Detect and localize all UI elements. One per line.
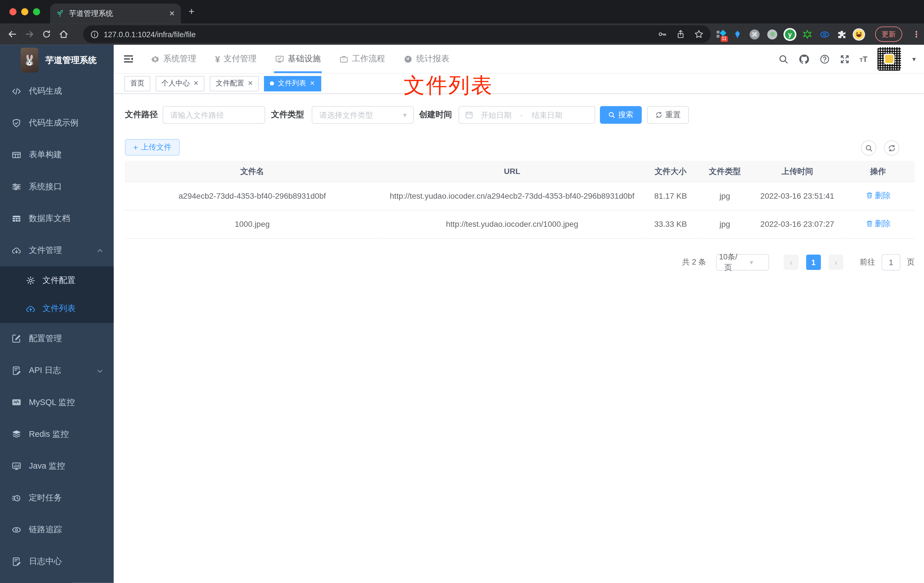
sliders-icon — [12, 182, 21, 192]
search-icon[interactable] — [778, 54, 788, 64]
home-icon[interactable] — [59, 30, 68, 39]
browser-window: 芋道管理系统 ✕ + 127.0.0.1:1024/infra/file/fil… — [0, 0, 924, 583]
bookmark-star-icon[interactable] — [694, 30, 703, 39]
extension-y-icon[interactable]: y — [785, 29, 795, 39]
close-icon[interactable]: ✕ — [310, 79, 315, 87]
qr-avatar[interactable] — [878, 47, 901, 71]
sidebar-item-java-monitor[interactable]: Java 监控 — [0, 450, 114, 482]
browser-menu-icon[interactable]: ⋮ — [912, 30, 920, 39]
fullscreen-icon[interactable] — [840, 54, 849, 64]
maximize-window-button[interactable] — [33, 8, 40, 15]
cell-url: http://test.yudao.iocoder.cn/a294ecb2-73… — [380, 182, 645, 210]
start-date-input[interactable] — [473, 111, 519, 119]
tag-file-list[interactable]: 文件列表✕ — [264, 76, 321, 91]
sidebar-item-file-list[interactable]: 文件列表 — [0, 295, 114, 323]
new-tab-button[interactable]: + — [188, 6, 195, 18]
date-range-picker[interactable]: - — [459, 106, 596, 124]
tab-title: 芋道管理系统 — [69, 8, 169, 18]
info-icon[interactable] — [90, 30, 99, 39]
address-bar[interactable]: 127.0.0.1:1024/infra/file/file — [83, 25, 711, 43]
topnav-item-report[interactable]: 统计报表 — [403, 45, 450, 73]
layers-icon — [12, 430, 21, 439]
close-icon[interactable]: ✕ — [248, 79, 253, 87]
key-icon[interactable] — [658, 30, 667, 39]
update-button[interactable]: 更新 — [875, 26, 903, 42]
extension-grid-icon[interactable]: 11 — [716, 30, 725, 39]
file-type-select[interactable]: ▼ — [312, 106, 414, 124]
delete-button[interactable]: 删除 — [865, 217, 891, 230]
sidebar-item-mysql-monitor[interactable]: MySQL 监控 — [0, 386, 114, 418]
refresh-table-icon[interactable] — [884, 140, 899, 155]
caret-down-icon[interactable]: ▼ — [911, 56, 917, 62]
goto-page-input[interactable] — [881, 254, 900, 271]
topnav-item-infra[interactable]: 基础设施 — [274, 45, 322, 73]
forward-icon[interactable] — [25, 30, 34, 39]
sidebar-item-file-config[interactable]: 文件配置 — [0, 266, 114, 295]
end-date-input[interactable] — [524, 111, 570, 119]
cell-url: http://test.yudao.iocoder.cn/1000.jpeg — [380, 210, 645, 238]
reset-button[interactable]: 重置 — [647, 106, 689, 124]
extension-gem-icon[interactable] — [733, 30, 742, 39]
sidebar-item-system-api[interactable]: 系统接口 — [0, 171, 114, 203]
sidebar-item-code-demo[interactable]: 代码生成示例 — [0, 107, 114, 139]
tag-profile[interactable]: 个人中心✕ — [155, 76, 205, 91]
sidebar-item-db-doc[interactable]: 数据库文档 — [0, 203, 114, 235]
sidebar-item-code-gen[interactable]: 代码生成 — [0, 76, 114, 107]
browser-tab[interactable]: 芋道管理系统 ✕ — [50, 3, 181, 23]
delete-button[interactable]: 删除 — [865, 189, 891, 202]
search-button[interactable]: 搜索 — [600, 106, 642, 124]
font-size-icon[interactable]: TT — [860, 55, 868, 63]
close-window-button[interactable] — [9, 8, 16, 15]
sidebar-item-scheduled-task[interactable]: 定时任务 — [0, 482, 114, 514]
app-logo[interactable]: 🐰 芋道管理系统 — [0, 45, 114, 76]
filter-form: 文件路径 文件类型 ▼ 创建时间 - 搜索 — [125, 106, 915, 124]
extension-emoji-icon[interactable] — [854, 29, 864, 39]
url-text[interactable]: 127.0.0.1:1024/infra/file/file — [104, 30, 649, 39]
extension-recorder-icon[interactable] — [767, 29, 777, 39]
prev-page-button[interactable]: ‹ — [784, 254, 799, 270]
topnav-item-workflow[interactable]: 工作流程 — [338, 45, 386, 73]
help-icon[interactable] — [820, 54, 830, 64]
trash-icon — [865, 192, 873, 199]
window-controls[interactable] — [9, 8, 40, 15]
hamburger-icon[interactable] — [123, 54, 134, 64]
extension-command-icon[interactable]: ⌘ — [749, 29, 759, 39]
back-icon[interactable] — [8, 30, 17, 39]
file-path-input[interactable] — [163, 111, 264, 119]
yen-icon: ¥ — [215, 54, 220, 64]
page-size-select[interactable]: 10条/页 ▼ — [716, 254, 769, 271]
page-1-button[interactable]: 1 — [806, 254, 821, 270]
next-page-button[interactable]: › — [829, 254, 843, 270]
topnav-item-pay[interactable]: ¥ 支付管理 — [214, 45, 258, 73]
cell-file-name: a294ecb2-73dd-4353-bf40-296b8931d0bf — [125, 182, 380, 210]
tag-home[interactable]: 首页 — [124, 76, 150, 91]
topnav-item-system[interactable]: 系统管理 — [150, 45, 197, 73]
github-icon[interactable] — [798, 53, 809, 64]
share-icon[interactable] — [676, 30, 685, 39]
extension-star-icon[interactable] — [802, 30, 812, 39]
refresh-icon — [655, 111, 662, 118]
extension-eye-icon[interactable] — [820, 29, 830, 39]
upload-file-button[interactable]: + 上传文件 — [125, 139, 180, 155]
close-icon[interactable]: ✕ — [193, 79, 199, 87]
toggle-search-icon[interactable] — [861, 140, 876, 155]
eye-icon — [12, 525, 21, 535]
chevron-down-icon — [97, 368, 103, 374]
cloud-upload-icon — [26, 304, 35, 313]
sidebar-item-redis-monitor[interactable]: Redis 监控 — [0, 418, 114, 450]
file-path-input-box[interactable] — [163, 106, 265, 124]
sidebar-item-file-manage[interactable]: 文件管理 — [0, 235, 114, 266]
sidebar-item-config-manage[interactable]: 配置管理 — [0, 323, 114, 355]
pagination: 共 2 条 10条/页 ▼ ‹ 1 › 前往 页 — [125, 254, 915, 271]
tag-file-config[interactable]: 文件配置✕ — [210, 76, 259, 91]
tab-close-icon[interactable]: ✕ — [169, 9, 175, 18]
sidebar-item-form-builder[interactable]: 表单构建 — [0, 139, 114, 171]
reload-icon[interactable] — [42, 30, 51, 39]
extensions-area: 11 ⌘ y 更新 ⋮ — [716, 23, 920, 45]
sidebar-item-tracing[interactable]: 链路追踪 — [0, 514, 114, 546]
extension-puzzle-icon[interactable] — [837, 30, 846, 39]
file-type-select-input[interactable] — [312, 111, 402, 119]
minimize-window-button[interactable] — [21, 8, 28, 15]
sidebar-item-api-log[interactable]: API 日志 — [0, 355, 114, 386]
sidebar-item-log-center[interactable]: 日志中心 — [0, 546, 114, 578]
